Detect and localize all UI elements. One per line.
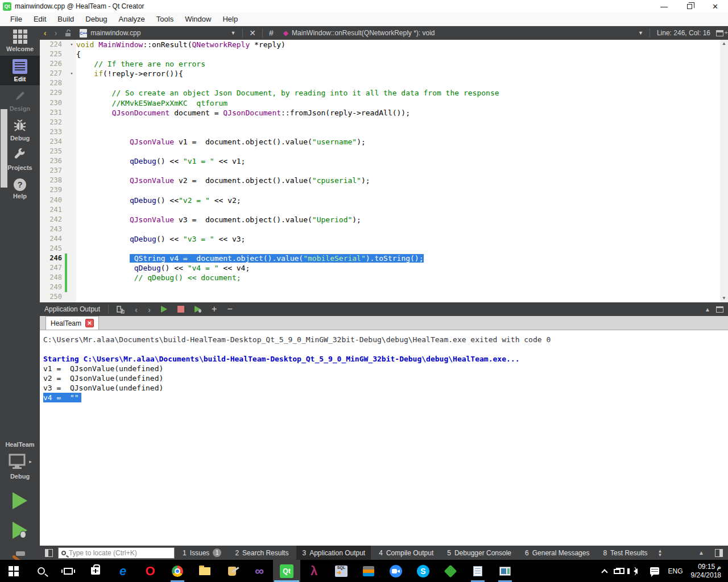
code-line-227[interactable]: 227▾ if(!reply->error()){ bbox=[40, 69, 720, 78]
expand-panel-icon[interactable]: ▲ bbox=[698, 550, 704, 556]
code-line-233[interactable]: 233 bbox=[40, 127, 720, 137]
menu-edit[interactable]: Edit bbox=[28, 13, 52, 26]
next-item-icon[interactable]: › bbox=[148, 305, 151, 314]
application-output-view[interactable]: C:\Users\Mr.alaa\Documents\build-HealTea… bbox=[40, 330, 728, 546]
pane-button-issues[interactable]: 1Issues1 bbox=[177, 546, 227, 560]
hash-symbol-icon[interactable]: # bbox=[265, 28, 278, 38]
toggle-left-sidebar-icon[interactable] bbox=[45, 549, 53, 557]
current-symbol[interactable]: MainWindow::onResult(QNetworkReply *): v… bbox=[292, 29, 435, 37]
minimize-button[interactable]: — bbox=[651, 0, 677, 13]
network-icon[interactable] bbox=[616, 568, 624, 574]
pane-button-compile-output[interactable]: 4Compile Output bbox=[373, 546, 439, 560]
taskbar-image-viewer[interactable] bbox=[491, 560, 519, 582]
output-tab-healteam[interactable]: HealTeam ✕ bbox=[46, 316, 99, 330]
clear-output-icon[interactable] bbox=[116, 305, 125, 314]
taskbar-chrome[interactable] bbox=[164, 560, 191, 582]
pane-button-test-results[interactable]: 8Test Results bbox=[597, 546, 653, 560]
code-line-225[interactable]: 225{ bbox=[40, 49, 720, 59]
menu-tools[interactable]: Tools bbox=[151, 13, 179, 26]
taskbar-green-diamond-app[interactable] bbox=[437, 560, 464, 582]
zoom-out-icon[interactable]: − bbox=[227, 304, 232, 314]
menu-build[interactable]: Build bbox=[52, 13, 80, 26]
taskbar-zoom[interactable] bbox=[382, 560, 410, 582]
code-line-248[interactable]: 248 // qDebug() << document; bbox=[40, 273, 720, 282]
taskbar-edge[interactable]: e bbox=[109, 560, 136, 582]
rerun-debug-icon[interactable] bbox=[195, 306, 201, 313]
start-debugging-button[interactable] bbox=[13, 522, 27, 539]
taskbar-store[interactable] bbox=[82, 560, 109, 582]
go-back-icon[interactable]: ‹ bbox=[40, 28, 51, 38]
taskbar-opera[interactable]: O bbox=[136, 560, 164, 582]
taskbar-visual-studio[interactable]: ∞ bbox=[246, 560, 273, 582]
taskbar-skype[interactable]: S bbox=[410, 560, 437, 582]
close-document-icon[interactable]: ✕ bbox=[245, 28, 260, 38]
fold-marker-icon[interactable]: ▾ bbox=[67, 69, 76, 78]
editor-scrollbar[interactable]: ▲ ▼ bbox=[720, 40, 728, 302]
pane-button-debugger-console[interactable]: 5Debugger Console bbox=[441, 546, 517, 560]
code-line-231[interactable]: 231 QJsonDocument document = QJsonDocume… bbox=[40, 108, 720, 118]
menu-file[interactable]: File bbox=[5, 13, 28, 26]
start-button[interactable] bbox=[0, 560, 27, 582]
code-line-228[interactable]: 228 bbox=[40, 78, 720, 88]
code-line-241[interactable]: 241 bbox=[40, 205, 720, 215]
taskbar-search[interactable] bbox=[27, 560, 55, 582]
split-editor-icon[interactable] bbox=[716, 30, 723, 36]
task-view-button[interactable] bbox=[55, 560, 82, 582]
pane-updown-icon[interactable]: ▲▼ bbox=[657, 549, 662, 557]
menu-analyze[interactable]: Analyze bbox=[113, 13, 151, 26]
pane-button-search-results[interactable]: 2Search Results bbox=[229, 546, 294, 560]
close-button[interactable]: ✕ bbox=[702, 0, 728, 13]
editor-scrollbar-thumb[interactable] bbox=[1, 109, 7, 188]
code-line-239[interactable]: 239 bbox=[40, 185, 720, 195]
code-line-249[interactable]: 249 bbox=[40, 282, 720, 292]
code-line-238[interactable]: 238 QJsonValue v2 = document.object().va… bbox=[40, 176, 720, 185]
notification-chat-icon[interactable] bbox=[650, 567, 659, 575]
menu-window[interactable]: Window bbox=[179, 13, 217, 26]
menu-debug[interactable]: Debug bbox=[80, 13, 113, 26]
code-line-243[interactable]: 243 bbox=[40, 225, 720, 234]
tray-chevron-up-icon[interactable] bbox=[602, 568, 607, 575]
code-line-250[interactable]: 250 bbox=[40, 292, 720, 302]
code-line-234[interactable]: 234 QJsonValue v1 = document.object().va… bbox=[40, 137, 720, 147]
taskbar-vmware[interactable] bbox=[355, 560, 382, 582]
symbol-dropdown-icon[interactable]: ▼ bbox=[634, 30, 647, 36]
code-line-235[interactable]: 235 bbox=[40, 147, 720, 156]
taskbar-heidisql[interactable] bbox=[218, 560, 246, 582]
code-line-245[interactable]: 245 bbox=[40, 244, 720, 253]
code-line-237[interactable]: 237 bbox=[40, 166, 720, 176]
open-document-name[interactable]: mainwindow.cpp bbox=[90, 29, 140, 37]
taskbar-file-explorer[interactable] bbox=[191, 560, 218, 582]
locator-search-input[interactable]: Type to locate (Ctrl+K) bbox=[58, 547, 175, 559]
code-editor[interactable]: 224▾void MainWindow::onResult(QNetworkRe… bbox=[40, 40, 720, 302]
stop-icon[interactable] bbox=[177, 306, 184, 313]
taskbar-lambda-app[interactable]: λ bbox=[300, 560, 328, 582]
language-indicator[interactable]: ENG bbox=[668, 567, 683, 575]
restore-button[interactable] bbox=[677, 0, 702, 13]
rerun-icon[interactable] bbox=[161, 306, 167, 313]
taskbar-qt-creator[interactable]: Qt bbox=[273, 560, 300, 582]
mode-welcome[interactable]: Welcome bbox=[0, 26, 40, 56]
code-line-240[interactable]: 240 qDebug() <<"v2 = " << v2; bbox=[40, 196, 720, 205]
collapse-panel-icon[interactable]: ▲ bbox=[705, 306, 710, 313]
taskbar-notepad[interactable] bbox=[464, 560, 491, 582]
code-line-244[interactable]: 244 qDebug() << "v3 = " << v3; bbox=[40, 234, 720, 244]
pane-button-application-output[interactable]: 3Application Output bbox=[296, 546, 371, 560]
zoom-in-icon[interactable]: + bbox=[212, 304, 217, 314]
document-dropdown-icon[interactable]: ▼ bbox=[226, 30, 240, 36]
code-line-226[interactable]: 226 // If there are no errors bbox=[40, 59, 720, 69]
scroll-down-icon[interactable]: ▼ bbox=[720, 294, 728, 302]
pane-button-general-messages[interactable]: 6General Messages bbox=[519, 546, 595, 560]
volume-icon[interactable] bbox=[634, 568, 641, 574]
code-line-224[interactable]: 224▾void MainWindow::onResult(QNetworkRe… bbox=[40, 40, 720, 49]
kit-selector[interactable]: ▸ bbox=[0, 454, 40, 469]
code-line-232[interactable]: 232 bbox=[40, 118, 720, 127]
code-line-242[interactable]: 242 QJsonValue v3 = document.object().va… bbox=[40, 215, 720, 225]
go-forward-icon[interactable]: › bbox=[51, 28, 61, 38]
scroll-up-icon[interactable]: ▲ bbox=[720, 40, 728, 48]
mode-edit[interactable]: Edit bbox=[0, 56, 40, 85]
unlock-icon[interactable] bbox=[61, 30, 75, 37]
run-button[interactable] bbox=[13, 492, 27, 509]
code-line-230[interactable]: 230 //KMvkE5WaePxXmKC qtforum bbox=[40, 98, 720, 108]
close-tab-icon[interactable]: ✕ bbox=[85, 319, 94, 327]
code-line-246[interactable]: 246 QString v4 = document.object().value… bbox=[40, 253, 720, 263]
